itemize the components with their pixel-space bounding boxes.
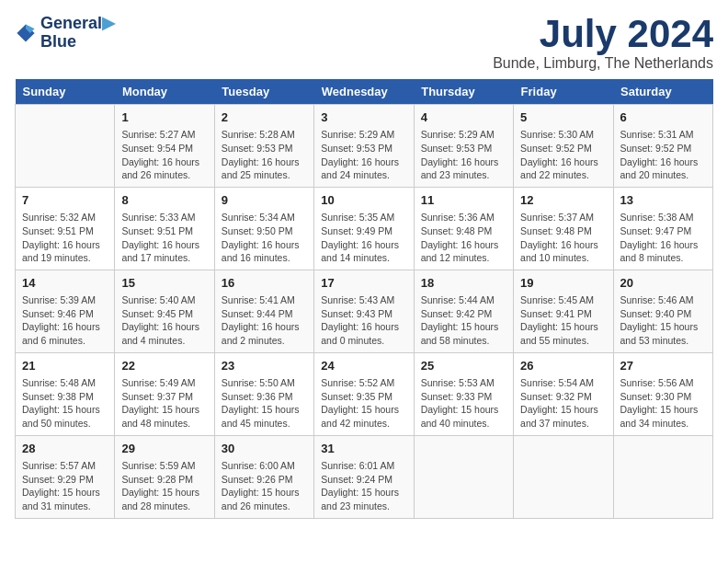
day-number: 14 — [22, 275, 108, 292]
day-info: Sunrise: 5:59 AM Sunset: 9:28 PM Dayligh… — [121, 459, 207, 513]
week-row-2: 7Sunrise: 5:32 AM Sunset: 9:51 PM Daylig… — [16, 187, 713, 270]
day-number: 30 — [222, 441, 307, 457]
day-header-sunday: Sunday — [16, 79, 115, 105]
day-number: 2 — [222, 109, 307, 126]
day-info: Sunrise: 5:50 AM Sunset: 9:36 PM Dayligh… — [222, 376, 307, 431]
calendar-cell: 3Sunrise: 5:29 AM Sunset: 9:53 PM Daylig… — [314, 105, 414, 188]
main-title: July 2024 — [493, 15, 713, 53]
day-header-saturday: Saturday — [613, 79, 712, 105]
calendar-cell: 10Sunrise: 5:35 AM Sunset: 9:49 PM Dayli… — [314, 187, 414, 270]
day-info: Sunrise: 5:41 AM Sunset: 9:44 PM Dayligh… — [222, 293, 307, 348]
day-info: Sunrise: 5:52 AM Sunset: 9:35 PM Dayligh… — [321, 376, 406, 431]
day-info: Sunrise: 5:29 AM Sunset: 9:53 PM Dayligh… — [421, 128, 506, 182]
calendar-cell: 4Sunrise: 5:29 AM Sunset: 9:53 PM Daylig… — [414, 105, 513, 188]
day-info: Sunrise: 5:38 AM Sunset: 9:47 PM Dayligh… — [620, 211, 706, 265]
day-info: Sunrise: 5:45 AM Sunset: 9:41 PM Dayligh… — [520, 293, 606, 348]
day-info: Sunrise: 5:39 AM Sunset: 9:46 PM Dayligh… — [22, 293, 108, 348]
week-row-1: 1Sunrise: 5:27 AM Sunset: 9:54 PM Daylig… — [16, 105, 713, 188]
calendar-cell: 5Sunrise: 5:30 AM Sunset: 9:52 PM Daylig… — [514, 105, 613, 188]
day-number: 5 — [520, 109, 606, 126]
calendar-cell — [16, 105, 115, 188]
day-number: 31 — [321, 441, 406, 457]
day-info: Sunrise: 5:27 AM Sunset: 9:54 PM Dayligh… — [121, 128, 207, 182]
day-info: Sunrise: 5:36 AM Sunset: 9:48 PM Dayligh… — [421, 211, 506, 265]
day-number: 16 — [222, 275, 307, 292]
day-number: 19 — [520, 275, 606, 292]
calendar-cell: 24Sunrise: 5:52 AM Sunset: 9:35 PM Dayli… — [314, 352, 414, 435]
week-row-4: 21Sunrise: 5:48 AM Sunset: 9:38 PM Dayli… — [16, 352, 713, 435]
day-info: Sunrise: 5:35 AM Sunset: 9:49 PM Dayligh… — [321, 211, 406, 265]
day-info: Sunrise: 5:33 AM Sunset: 9:51 PM Dayligh… — [121, 211, 207, 265]
day-number: 17 — [321, 275, 406, 292]
day-info: Sunrise: 5:34 AM Sunset: 9:50 PM Dayligh… — [222, 211, 307, 265]
calendar-cell: 14Sunrise: 5:39 AM Sunset: 9:46 PM Dayli… — [16, 270, 115, 352]
logo-text: General▶ Blue — [40, 15, 115, 52]
day-number: 8 — [121, 192, 207, 209]
day-header-tuesday: Tuesday — [214, 79, 313, 105]
day-number: 15 — [121, 275, 207, 292]
day-number: 1 — [121, 109, 207, 126]
calendar-cell: 26Sunrise: 5:54 AM Sunset: 9:32 PM Dayli… — [514, 352, 613, 435]
calendar-cell: 17Sunrise: 5:43 AM Sunset: 9:43 PM Dayli… — [314, 270, 414, 352]
day-info: Sunrise: 5:43 AM Sunset: 9:43 PM Dayligh… — [321, 293, 406, 348]
calendar-cell: 16Sunrise: 5:41 AM Sunset: 9:44 PM Dayli… — [214, 270, 313, 352]
day-number: 20 — [620, 275, 706, 292]
day-info: Sunrise: 5:44 AM Sunset: 9:42 PM Dayligh… — [421, 293, 506, 348]
calendar-cell — [414, 435, 513, 518]
calendar-cell: 18Sunrise: 5:44 AM Sunset: 9:42 PM Dayli… — [414, 270, 513, 352]
day-header-monday: Monday — [115, 79, 214, 105]
day-number: 27 — [620, 358, 706, 374]
day-info: Sunrise: 5:54 AM Sunset: 9:32 PM Dayligh… — [520, 376, 606, 431]
calendar-cell: 6Sunrise: 5:31 AM Sunset: 9:52 PM Daylig… — [613, 105, 712, 188]
day-number: 23 — [222, 358, 307, 374]
day-header-thursday: Thursday — [414, 79, 513, 105]
day-info: Sunrise: 5:29 AM Sunset: 9:53 PM Dayligh… — [321, 128, 406, 182]
calendar-cell: 23Sunrise: 5:50 AM Sunset: 9:36 PM Dayli… — [214, 352, 313, 435]
calendar-cell: 13Sunrise: 5:38 AM Sunset: 9:47 PM Dayli… — [613, 187, 712, 270]
logo: General▶ Blue — [15, 15, 115, 52]
calendar-cell: 12Sunrise: 5:37 AM Sunset: 9:48 PM Dayli… — [514, 187, 613, 270]
day-info: Sunrise: 5:46 AM Sunset: 9:40 PM Dayligh… — [620, 293, 706, 348]
day-number: 12 — [520, 192, 606, 209]
day-info: Sunrise: 5:28 AM Sunset: 9:53 PM Dayligh… — [222, 128, 307, 182]
day-number: 22 — [121, 358, 207, 374]
calendar-cell: 15Sunrise: 5:40 AM Sunset: 9:45 PM Dayli… — [115, 270, 214, 352]
calendar-cell: 1Sunrise: 5:27 AM Sunset: 9:54 PM Daylig… — [115, 105, 214, 188]
calendar-cell: 29Sunrise: 5:59 AM Sunset: 9:28 PM Dayli… — [115, 435, 214, 518]
day-info: Sunrise: 5:37 AM Sunset: 9:48 PM Dayligh… — [520, 211, 606, 265]
subtitle: Bunde, Limburg, The Netherlands — [493, 55, 713, 72]
header-row: SundayMondayTuesdayWednesdayThursdayFrid… — [16, 79, 713, 105]
day-number: 21 — [22, 358, 108, 374]
day-number: 25 — [421, 358, 506, 374]
day-number: 6 — [620, 109, 706, 126]
day-number: 4 — [421, 109, 506, 126]
day-number: 24 — [321, 358, 406, 374]
day-info: Sunrise: 5:57 AM Sunset: 9:29 PM Dayligh… — [22, 459, 108, 513]
calendar-cell: 2Sunrise: 5:28 AM Sunset: 9:53 PM Daylig… — [214, 105, 313, 188]
calendar-cell: 7Sunrise: 5:32 AM Sunset: 9:51 PM Daylig… — [16, 187, 115, 270]
week-row-5: 28Sunrise: 5:57 AM Sunset: 9:29 PM Dayli… — [16, 435, 713, 518]
logo-icon — [15, 22, 37, 44]
day-info: Sunrise: 5:30 AM Sunset: 9:52 PM Dayligh… — [520, 128, 606, 182]
day-info: Sunrise: 6:01 AM Sunset: 9:24 PM Dayligh… — [321, 459, 406, 513]
day-number: 18 — [421, 275, 506, 292]
title-section: July 2024 Bunde, Limburg, The Netherland… — [493, 15, 713, 72]
calendar-cell: 9Sunrise: 5:34 AM Sunset: 9:50 PM Daylig… — [214, 187, 313, 270]
day-header-wednesday: Wednesday — [314, 79, 414, 105]
day-number: 7 — [22, 192, 108, 209]
day-number: 29 — [121, 441, 207, 457]
day-info: Sunrise: 5:56 AM Sunset: 9:30 PM Dayligh… — [620, 376, 706, 431]
day-number: 9 — [222, 192, 307, 209]
calendar-cell: 8Sunrise: 5:33 AM Sunset: 9:51 PM Daylig… — [115, 187, 214, 270]
calendar-cell: 25Sunrise: 5:53 AM Sunset: 9:33 PM Dayli… — [414, 352, 513, 435]
day-info: Sunrise: 5:49 AM Sunset: 9:37 PM Dayligh… — [121, 376, 207, 431]
day-info: Sunrise: 6:00 AM Sunset: 9:26 PM Dayligh… — [222, 459, 307, 513]
day-info: Sunrise: 5:40 AM Sunset: 9:45 PM Dayligh… — [121, 293, 207, 348]
day-info: Sunrise: 5:53 AM Sunset: 9:33 PM Dayligh… — [421, 376, 506, 431]
calendar-cell: 11Sunrise: 5:36 AM Sunset: 9:48 PM Dayli… — [414, 187, 513, 270]
calendar-cell: 27Sunrise: 5:56 AM Sunset: 9:30 PM Dayli… — [613, 352, 712, 435]
calendar-cell: 21Sunrise: 5:48 AM Sunset: 9:38 PM Dayli… — [16, 352, 115, 435]
day-number: 10 — [321, 192, 406, 209]
day-info: Sunrise: 5:32 AM Sunset: 9:51 PM Dayligh… — [22, 211, 108, 265]
calendar-cell: 20Sunrise: 5:46 AM Sunset: 9:40 PM Dayli… — [613, 270, 712, 352]
